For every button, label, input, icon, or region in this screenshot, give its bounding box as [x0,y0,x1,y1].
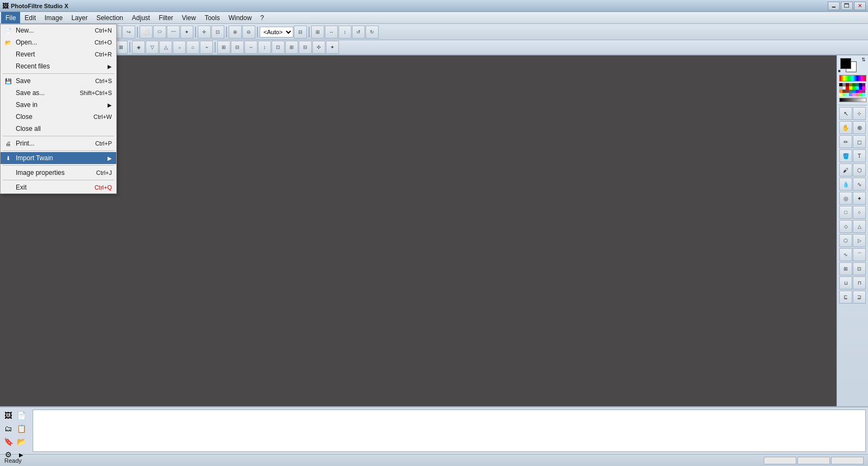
exit-icon [4,183,12,192]
menu-tools[interactable]: Tools [200,12,224,23]
menu-close[interactable]: Close Ctrl+W [1,111,116,123]
menu-exit[interactable]: Exit Ctrl+Q [1,181,116,193]
menu-save-label: Save [16,77,30,85]
menu-import-twain-label: Import Twain [16,154,53,162]
menu-revert[interactable]: Revert Ctrl+R [1,48,116,60]
print-icon: 🖨 [4,139,12,148]
menu-print-shortcut: Ctrl+P [95,140,112,147]
menu-open-label: Open... [16,39,37,46]
closeall-icon [4,124,12,133]
import-arrow: ▶ [108,155,112,161]
menu-revert-label: Revert [16,51,35,58]
saveas-icon [4,89,12,97]
import-icon: ⬇ [4,154,12,162]
menu-recent[interactable]: Recent files ▶ [1,60,116,72]
menu-open-shortcut: Ctrl+O [95,39,112,46]
title-text: 🖼 PhotoFiltre Studio X [2,2,68,10]
maximize-button[interactable]: 🗖 [841,2,853,10]
title-bar: 🖼 PhotoFiltre Studio X 🗕 🗖 ✕ [0,0,868,12]
menu-import-twain[interactable]: ⬇ Import Twain ▶ [1,152,116,164]
open-icon: 📂 [4,38,12,47]
menu-savein-label: Save in [16,101,37,109]
menu-save-shortcut: Ctrl+S [95,78,112,84]
menu-file[interactable]: File [1,12,20,23]
app-title: PhotoFiltre Studio X [11,3,68,9]
menu-save[interactable]: 💾 Save Ctrl+S [1,75,116,87]
minimize-button[interactable]: 🗕 [828,2,840,10]
sep5 [3,180,114,180]
menu-close-shortcut: Ctrl+W [93,114,112,120]
menu-imgprops[interactable]: Image properties Ctrl+J [1,167,116,179]
menu-new-label: New... [16,27,34,34]
menu-recent-label: Recent files [16,62,50,70]
menu-new-shortcut: Ctrl+N [95,27,112,34]
savein-arrow: ▶ [108,102,112,108]
menu-closeall[interactable]: Close all [1,123,116,135]
menu-print[interactable]: 🖨 Print... Ctrl+P [1,137,116,149]
menu-image[interactable]: Image [40,12,67,23]
sep3 [3,150,114,151]
menu-selection[interactable]: Selection [92,12,127,23]
menu-layer[interactable]: Layer [67,12,92,23]
menu-imgprops-label: Image properties [16,169,65,177]
menu-view[interactable]: View [178,12,200,23]
menu-saveas-shortcut: Shift+Ctrl+S [80,90,112,96]
menu-window[interactable]: Window [224,12,256,23]
new-icon: 📄 [4,26,12,35]
menu-savein[interactable]: Save in ▶ [1,99,116,111]
dropdown-overlay[interactable] [0,24,868,466]
menu-print-label: Print... [16,140,35,147]
recent-arrow: ▶ [108,64,112,70]
menu-open[interactable]: 📂 Open... Ctrl+O [1,36,116,48]
menu-revert-shortcut: Ctrl+R [95,51,112,58]
close-menu-icon [4,112,12,121]
revert-icon [4,50,12,59]
save-icon: 💾 [4,77,12,85]
menu-imgprops-shortcut: Ctrl+J [96,169,112,176]
menu-close-label: Close [16,113,33,121]
menu-saveas-label: Save as... [16,89,45,97]
menu-edit[interactable]: Edit [20,12,40,23]
menu-saveas[interactable]: Save as... Shift+Ctrl+S [1,87,116,99]
menu-filter[interactable]: Filter [154,12,178,23]
imgprops-icon [4,168,12,177]
menu-help[interactable]: ? [256,12,268,23]
menu-new[interactable]: 📄 New... Ctrl+N [1,24,116,36]
menu-closeall-label: Close all [16,125,41,133]
close-button[interactable]: ✕ [854,2,866,10]
title-buttons: 🗕 🗖 ✕ [828,2,866,10]
sep1 [3,73,114,74]
menu-exit-shortcut: Ctrl+Q [95,184,112,191]
menu-adjust[interactable]: Adjust [128,12,154,23]
menu-exit-label: Exit [16,184,27,191]
menu-bar: File Edit Image Layer Selection Adjust F… [0,12,868,24]
app-icon: 🖼 [2,2,9,10]
sep4 [3,165,114,166]
file-menu: 📄 New... Ctrl+N 📂 Open... Ctrl+O Revert … [0,24,117,194]
recent-icon [4,62,12,71]
sep2 [3,136,114,136]
savein-icon [4,100,12,109]
